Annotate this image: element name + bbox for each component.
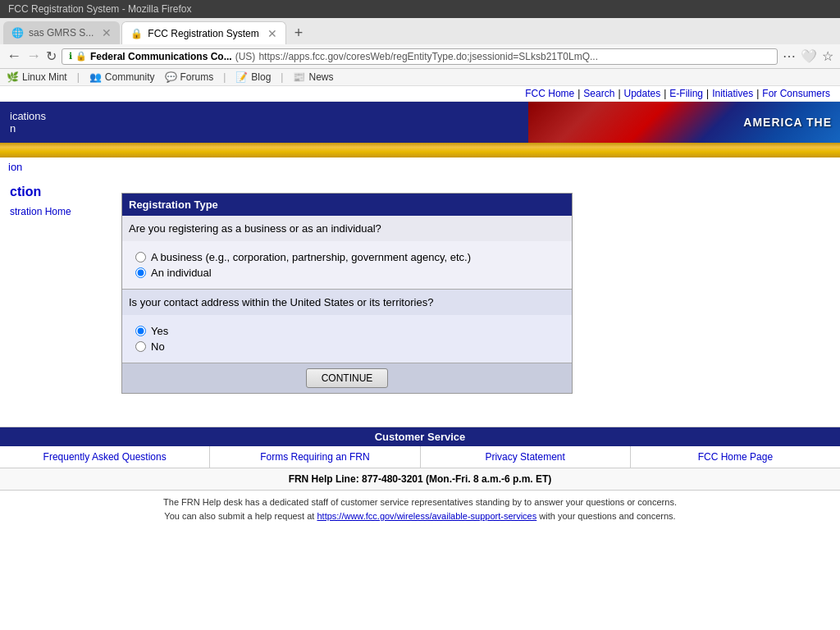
forward-icon[interactable]: → bbox=[26, 48, 41, 65]
gold-stripe bbox=[0, 143, 840, 158]
bookmark-linux-mint[interactable]: 🌿 Linux Mint bbox=[7, 71, 67, 83]
fcc-top-nav: FCC Home | Search | Updates | E-Filing |… bbox=[0, 86, 840, 102]
option-yes-radio[interactable] bbox=[135, 326, 146, 336]
browser-toolbar: ← → ↻ ℹ 🔒 Federal Communications Co... (… bbox=[0, 44, 840, 69]
community-icon: 👥 bbox=[89, 71, 102, 83]
tab-2-icon: 🔒 bbox=[130, 28, 143, 39]
fcc-header-line1: ications bbox=[10, 110, 46, 122]
browser-title: FCC Registration System - Mozilla Firefo… bbox=[8, 3, 191, 15]
blog-icon: 📝 bbox=[235, 71, 248, 83]
help-link[interactable]: https://www.fcc.gov/wireless/available-s… bbox=[317, 511, 536, 521]
section-nav-link[interactable]: ion bbox=[8, 161, 22, 173]
fcc-footer: Customer Service Frequently Asked Questi… bbox=[0, 427, 840, 527]
nav-efiling[interactable]: E-Filing bbox=[669, 88, 703, 99]
nav-consumers[interactable]: For Consumers bbox=[762, 88, 830, 99]
fcc-banner-image: AMERICA THE bbox=[528, 102, 840, 143]
region-label: (US) bbox=[235, 51, 256, 62]
lock-icon: 🔒 bbox=[75, 51, 87, 62]
sidebar-title: ction bbox=[10, 185, 108, 199]
footer-fcc-home[interactable]: FCC Home Page bbox=[631, 446, 840, 468]
section-nav: ion bbox=[0, 158, 840, 176]
footer-forms[interactable]: Forms Requiring an FRN bbox=[210, 446, 420, 468]
customer-service-header: Customer Service bbox=[0, 427, 840, 446]
new-tab-button[interactable]: + bbox=[288, 21, 310, 44]
america-text: AMERICA THE bbox=[743, 116, 832, 129]
bookmark-blog[interactable]: 📝 Blog bbox=[235, 71, 271, 83]
help-text-line2: You can also submit a help request at bbox=[164, 511, 314, 521]
toolbar-icons: ⋯ 🤍 ☆ bbox=[783, 48, 833, 64]
bookmark-heart-icon[interactable]: 🤍 bbox=[801, 48, 817, 64]
address-bar[interactable]: ℹ 🔒 Federal Communications Co... (US) ht… bbox=[62, 48, 778, 65]
option-individual-text: An individual bbox=[151, 267, 212, 279]
url-display: https://apps.fcc.gov/coresWeb/regEntityT… bbox=[258, 51, 770, 62]
bookmark-news[interactable]: 📰 News bbox=[293, 71, 333, 83]
footer-links: Frequently Asked Questions Forms Requiri… bbox=[0, 446, 840, 468]
menu-icon[interactable]: ⋯ bbox=[783, 48, 796, 64]
question-2-text: Is your contact address within the Unite… bbox=[129, 296, 433, 308]
sidebar-registration-home[interactable]: stration Home bbox=[10, 206, 108, 217]
nav-search[interactable]: Search bbox=[583, 88, 614, 99]
star-icon[interactable]: ☆ bbox=[822, 48, 833, 64]
option-no-label[interactable]: No bbox=[135, 340, 559, 353]
bookmark-forums[interactable]: 💬 Forums bbox=[165, 71, 214, 83]
options-1-row: A business (e.g., corporation, partnersh… bbox=[122, 241, 572, 289]
page-wrapper: ction stration Home Registration Type Ar… bbox=[0, 176, 840, 402]
question-2-row: Is your contact address within the Unite… bbox=[122, 289, 572, 315]
options-2-row: Yes No bbox=[122, 315, 572, 363]
tab-2[interactable]: 🔒 FCC Registration System ✕ bbox=[121, 21, 285, 44]
question-1-text: Are you registering as a business or as … bbox=[129, 222, 381, 235]
main-content: Registration Type Are you registering as… bbox=[121, 185, 830, 394]
option-business-radio[interactable] bbox=[135, 252, 146, 262]
tab-1-icon: 🌐 bbox=[11, 27, 24, 39]
continue-row: CONTINUE bbox=[122, 363, 572, 393]
continue-button[interactable]: CONTINUE bbox=[306, 368, 389, 388]
tab-2-label: FCC Registration System bbox=[148, 28, 258, 39]
registration-table: Registration Type Are you registering as… bbox=[121, 193, 573, 394]
bookmark-community[interactable]: 👥 Community bbox=[89, 71, 155, 83]
footer-help-text: The FRN Help desk has a dedicated staff … bbox=[0, 491, 840, 527]
fcc-header-line2: n bbox=[10, 122, 46, 135]
nav-updates[interactable]: Updates bbox=[624, 88, 661, 99]
site-name: Federal Communications Co... bbox=[90, 51, 232, 62]
info-icon: ℹ bbox=[69, 51, 72, 62]
sidebar: ction stration Home bbox=[10, 185, 108, 394]
forums-icon: 💬 bbox=[165, 71, 177, 83]
option-yes-label[interactable]: Yes bbox=[135, 325, 559, 337]
help-text-end: with your questions and concerns. bbox=[539, 511, 675, 521]
footer-faq[interactable]: Frequently Asked Questions bbox=[0, 446, 210, 468]
bookmark-bar: 🌿 Linux Mint | 👥 Community 💬 Forums | 📝 … bbox=[0, 69, 840, 86]
tab-1-label: sas GMRS S... bbox=[29, 27, 94, 39]
option-business-label[interactable]: A business (e.g., corporation, partnersh… bbox=[135, 251, 559, 263]
browser-title-bar: FCC Registration System - Mozilla Firefo… bbox=[0, 0, 840, 18]
nav-fcc-home[interactable]: FCC Home bbox=[525, 88, 574, 99]
reload-icon[interactable]: ↻ bbox=[46, 48, 57, 64]
news-icon: 📰 bbox=[293, 71, 305, 83]
option-individual-label[interactable]: An individual bbox=[135, 267, 559, 279]
footer-privacy[interactable]: Privacy Statement bbox=[421, 446, 631, 468]
option-no-text: No bbox=[151, 340, 165, 353]
nav-initiatives[interactable]: Initiatives bbox=[712, 88, 753, 99]
footer-helpline: FRN Help Line: 877-480-3201 (Mon.-Fri. 8… bbox=[0, 468, 840, 491]
tab-1-close[interactable]: ✕ bbox=[102, 26, 112, 39]
browser-tabs: 🌐 sas GMRS S... ✕ 🔒 FCC Registration Sys… bbox=[0, 18, 840, 44]
help-text-line1: The FRN Help desk has a dedicated staff … bbox=[163, 497, 677, 507]
tab-2-close[interactable]: ✕ bbox=[267, 27, 277, 40]
option-no-radio[interactable] bbox=[135, 341, 146, 352]
fcc-header-left: ications n bbox=[0, 103, 56, 141]
option-business-text: A business (e.g., corporation, partnersh… bbox=[151, 251, 471, 263]
fcc-banner: ications n AMERICA THE bbox=[0, 102, 840, 143]
option-individual-radio[interactable] bbox=[135, 267, 146, 278]
option-yes-text: Yes bbox=[151, 325, 168, 337]
back-icon[interactable]: ← bbox=[7, 48, 21, 65]
registration-header: Registration Type bbox=[122, 194, 572, 216]
linux-mint-icon: 🌿 bbox=[7, 71, 19, 83]
question-1-row: Are you registering as a business or as … bbox=[122, 216, 572, 241]
tab-1[interactable]: 🌐 sas GMRS S... ✕ bbox=[3, 21, 120, 44]
